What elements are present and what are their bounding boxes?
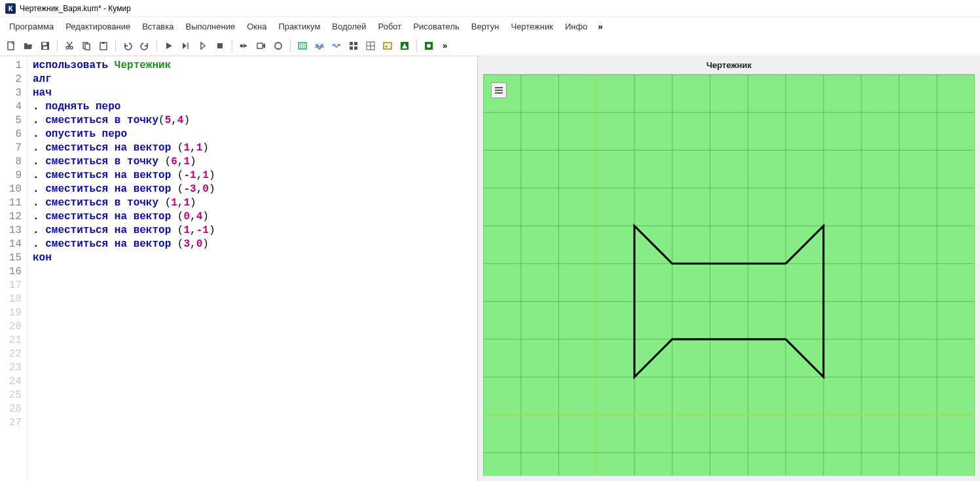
- menu-item-1[interactable]: Редактирование: [60, 19, 136, 34]
- run-step-button[interactable]: [179, 39, 193, 53]
- menu-item-3[interactable]: Выполнение: [180, 19, 240, 34]
- grid1-button[interactable]: [346, 39, 361, 53]
- cut-button[interactable]: [62, 39, 77, 53]
- breakpoint-button[interactable]: [237, 39, 251, 53]
- line-gutter: 1234567891011121314151617181920212223242…: [0, 56, 27, 481]
- code-line[interactable]: . сместиться на вектор (-3,0): [33, 183, 472, 196]
- menu-overflow[interactable]: »: [594, 19, 606, 34]
- line-number: 23: [3, 361, 22, 375]
- svg-rect-22: [354, 46, 357, 50]
- green2-button[interactable]: [422, 39, 436, 53]
- menu-bar: ПрограммаРедактированиеВставкаВыполнение…: [0, 17, 980, 35]
- svg-rect-7: [85, 44, 90, 50]
- code-line[interactable]: . сместиться на вектор (3,0): [33, 238, 472, 251]
- svg-rect-10: [187, 43, 189, 49]
- copy-button[interactable]: [79, 39, 94, 53]
- grid2-button[interactable]: [363, 39, 378, 53]
- editor-pane: 1234567891011121314151617181920212223242…: [0, 56, 478, 481]
- svg-rect-20: [354, 42, 357, 45]
- line-number: 13: [3, 224, 22, 238]
- line-number: 17: [3, 279, 22, 293]
- code-line[interactable]: нач: [33, 86, 472, 100]
- code-line[interactable]: . поднять перо: [33, 100, 472, 114]
- code-line[interactable]: . опустить перо: [33, 128, 472, 141]
- line-number: 2: [3, 73, 22, 86]
- run-button[interactable]: [162, 39, 176, 53]
- code-editor[interactable]: использовать Чертежникалгнач. поднять пе…: [27, 56, 477, 481]
- code-line[interactable]: . сместиться в точку (1,1): [33, 196, 472, 210]
- panel1-button[interactable]: [295, 39, 310, 53]
- menu-item-2[interactable]: Вставка: [137, 19, 179, 34]
- canvas-viewport[interactable]: [483, 74, 975, 476]
- menu-item-8[interactable]: Рисователь: [408, 19, 464, 34]
- code-line[interactable]: . сместиться на вектор (0,4): [33, 210, 472, 224]
- code-line[interactable]: алг: [33, 73, 472, 86]
- step-button[interactable]: [196, 39, 210, 53]
- new-file-button[interactable]: [4, 39, 18, 53]
- line-number: 9: [3, 169, 22, 183]
- paste-button[interactable]: [96, 39, 111, 53]
- canvas-title: Чертежник: [478, 56, 980, 74]
- code-line[interactable]: . сместиться в точку(5,4): [33, 114, 472, 128]
- menu-item-11[interactable]: Инфо: [560, 19, 592, 34]
- svg-rect-26: [384, 43, 391, 49]
- svg-point-30: [427, 44, 431, 48]
- line-number: 16: [3, 265, 22, 279]
- line-number: 3: [3, 86, 22, 100]
- save-file-button[interactable]: [38, 39, 52, 53]
- toolbar-overflow[interactable]: »: [439, 39, 451, 52]
- svg-rect-19: [350, 42, 353, 45]
- toolbar-separator: [115, 40, 116, 52]
- frame-button[interactable]: [380, 39, 395, 53]
- line-number: 14: [3, 238, 22, 251]
- svg-point-14: [275, 43, 281, 49]
- line-number: 11: [3, 196, 22, 210]
- line-number: 19: [3, 306, 22, 320]
- menu-item-5[interactable]: Практикум: [273, 19, 325, 34]
- svg-rect-2: [43, 43, 46, 45]
- toolbar-separator: [416, 40, 417, 52]
- line-number: 15: [3, 251, 22, 265]
- code-line[interactable]: кон: [33, 251, 472, 265]
- redo-button[interactable]: [137, 39, 152, 53]
- open-file-button[interactable]: [21, 39, 35, 53]
- svg-point-27: [386, 45, 388, 47]
- toolbar: »: [0, 35, 980, 56]
- menu-item-4[interactable]: Окна: [242, 19, 272, 34]
- content-area: 1234567891011121314151617181920212223242…: [0, 56, 980, 481]
- code-line[interactable]: . сместиться на вектор (1,1): [33, 141, 472, 155]
- toolbar-separator: [290, 40, 291, 52]
- wave1-button[interactable]: [312, 39, 327, 53]
- svg-rect-9: [102, 42, 105, 44]
- line-number: 4: [3, 100, 22, 114]
- line-number: 6: [3, 128, 22, 141]
- svg-rect-3: [43, 46, 47, 49]
- line-number: 22: [3, 347, 22, 361]
- line-number: 27: [3, 416, 22, 430]
- code-line[interactable]: . сместиться на вектор (-1,1): [33, 169, 472, 183]
- toolbar-separator: [156, 40, 157, 52]
- line-number: 25: [3, 389, 22, 402]
- svg-rect-13: [257, 43, 263, 48]
- toolbar-separator: [232, 40, 232, 52]
- menu-item-6[interactable]: Водолей: [327, 19, 371, 34]
- menu-item-7[interactable]: Робот: [373, 19, 407, 34]
- line-number: 8: [3, 155, 22, 169]
- code-line[interactable]: использовать Чертежник: [33, 59, 472, 73]
- menu-item-0[interactable]: Программа: [4, 19, 59, 34]
- wave2-button[interactable]: [329, 39, 344, 53]
- svg-rect-21: [350, 46, 353, 50]
- green1-button[interactable]: [397, 39, 412, 53]
- menu-item-9[interactable]: Вертун: [466, 19, 505, 34]
- canvas-grid: [483, 75, 975, 476]
- undo-button[interactable]: [120, 39, 135, 53]
- toolbar-separator: [57, 40, 58, 52]
- code-line[interactable]: . сместиться на вектор (1,-1): [33, 224, 472, 238]
- canvas-menu-button[interactable]: [491, 82, 507, 98]
- line-number: 26: [3, 402, 22, 416]
- code-line[interactable]: . сместиться в точку (6,1): [33, 155, 472, 169]
- record-button[interactable]: [254, 39, 268, 53]
- menu-item-10[interactable]: Чертежник: [505, 19, 558, 34]
- stop-button[interactable]: [213, 39, 227, 53]
- circle-button[interactable]: [271, 39, 285, 53]
